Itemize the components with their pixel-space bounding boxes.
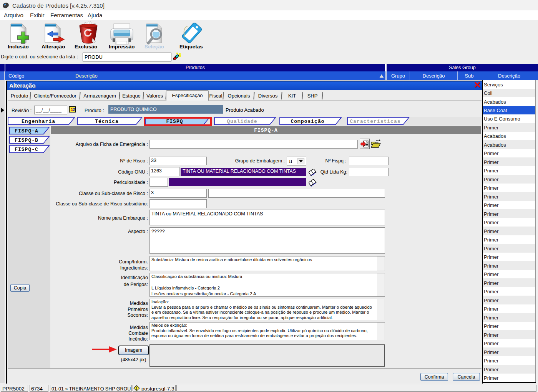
svg-text:FISPQ-A: FISPQ-A: [15, 128, 38, 134]
svg-text:FISPQ-B: FISPQ-B: [15, 137, 38, 143]
svg-text:Qualidade: Qualidade: [227, 119, 257, 124]
svg-text:2: 2: [73, 107, 75, 112]
svg-text:Composição: Composição: [291, 119, 324, 124]
svg-text:Engenharia: Engenharia: [22, 119, 55, 124]
svg-text:FISPQ-C: FISPQ-C: [15, 147, 38, 152]
svg-text:Técnica: Técnica: [95, 119, 119, 124]
svg-text:Características: Características: [350, 119, 400, 124]
